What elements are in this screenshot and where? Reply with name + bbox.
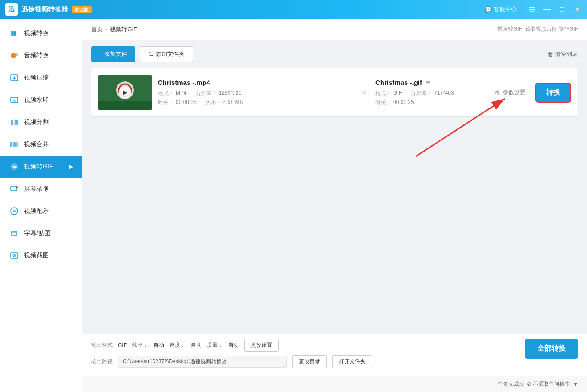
output-file-info: Christmas -.gif ✏ 格式： GIF 分辨率：: [375, 79, 485, 107]
fps-label: 帧率：: [132, 341, 148, 349]
clear-list-button[interactable]: 🗑 清空列表: [547, 50, 578, 58]
task-action[interactable]: ⊘ 不采取任何操作: [527, 380, 570, 388]
breadcrumb: 首页 › 视频转GIF: [91, 25, 137, 33]
output-file-meta: 格式： GIF 分辨率： 717*403: [375, 90, 485, 97]
source-file-meta: 格式： MP4 分辨率： 1280*720: [158, 90, 354, 97]
sidebar-label-video-merge: 视频合并: [24, 140, 49, 148]
titlebar-left: 迅 迅捷视频转换器 极速版: [5, 3, 92, 16]
minimize-btn[interactable]: —: [543, 5, 551, 14]
add-folder-button[interactable]: 🗂 添加文件夹: [140, 46, 193, 62]
file-item: ▶ Christmas -.mp4 格式： MP4 分辨率： 1: [91, 68, 578, 116]
menu-icon[interactable]: ☰: [527, 5, 536, 14]
speed-value: 自动: [191, 341, 201, 349]
maximize-btn[interactable]: □: [558, 5, 567, 14]
remove-button[interactable]: ✕: [360, 87, 369, 99]
bottom-bar: 输出格式 GIF 帧率： 自动 速度： 自动 质量： 自动 更改设置 输出路径 …: [82, 334, 587, 376]
video-merge-icon: [9, 139, 20, 150]
audio-convert-icon: [9, 50, 20, 61]
toolbar: + 添加文件 🗂 添加文件夹 🗑 清空列表: [82, 40, 587, 68]
output-format: 格式： GIF: [375, 90, 402, 97]
sidebar-item-video-merge[interactable]: 视频合并: [0, 133, 82, 156]
output-file-meta2: 时长： 00:00:25: [375, 99, 485, 107]
main-layout: 视频转换 音频转换 视频压缩: [0, 19, 587, 392]
content-area: 首页 › 视频转GIF 视频转GIF: 截取视频片段 制作GIF + 添加文件 …: [82, 19, 587, 392]
svg-rect-11: [10, 142, 12, 147]
sidebar-label-subtitle-sticker: 字幕/贴图: [24, 229, 51, 237]
sidebar: 视频转换 音频转换 视频压缩: [0, 19, 82, 392]
svg-point-24: [14, 255, 15, 256]
sidebar-label-video-gif: 视频转GIF: [24, 163, 53, 171]
source-file-info: Christmas -.mp4 格式： MP4 分辨率： 1280*720: [158, 79, 354, 107]
open-folder-button[interactable]: 打开文件夹: [332, 355, 372, 368]
sidebar-item-video-convert[interactable]: 视频转换: [0, 22, 82, 44]
subtitle-sticker-icon: [9, 228, 20, 239]
status-bar: 任务完成后 ⊘ 不采取任何操作 ▼: [82, 376, 587, 392]
sidebar-label-video-split: 视频分割: [24, 118, 49, 126]
dropdown-icon[interactable]: ▼: [573, 381, 578, 388]
source-size: 大小： 4.58 MB: [205, 99, 243, 107]
source-resolution: 分辨率： 1280*720: [196, 90, 241, 97]
video-gif-icon: GIF: [9, 161, 20, 172]
svg-rect-16: [11, 186, 17, 191]
change-settings-button[interactable]: 更改设置: [244, 339, 279, 352]
change-dir-button[interactable]: 更改目录: [292, 355, 327, 368]
support-btn[interactable]: 💬 客服中心: [485, 5, 517, 13]
play-button[interactable]: ▶: [119, 86, 131, 99]
win-controls: ☰ — □ ✕: [527, 5, 582, 14]
source-file-meta2: 时长： 00:00:25 大小： 4.58 MB: [158, 99, 354, 107]
task-label: 任务完成后: [498, 380, 524, 388]
add-file-button[interactable]: + 添加文件: [91, 46, 135, 62]
format-label: 输出格式: [91, 341, 113, 349]
sidebar-item-video-compress[interactable]: 视频压缩: [0, 67, 82, 89]
param-settings-button[interactable]: ⚙ 参数设置: [491, 87, 529, 98]
sidebar-item-video-gif[interactable]: GIF 视频转GIF ▶: [0, 156, 82, 178]
close-btn[interactable]: ✕: [573, 5, 582, 14]
app-title: 迅捷视频转换器: [21, 5, 68, 14]
breadcrumb-home[interactable]: 首页: [91, 25, 103, 33]
settings-icon: ⚙: [495, 89, 500, 96]
top-right-description: 视频转GIF: 截取视频片段 制作GIF: [497, 25, 578, 33]
path-row: 输出路径 更改目录 打开文件夹: [91, 355, 516, 368]
output-section: Christmas -.gif ✏ 格式： GIF 分辨率：: [375, 79, 571, 107]
sidebar-label-video-watermark: 视频水印: [24, 96, 49, 104]
path-input[interactable]: [118, 356, 287, 368]
format-value: GIF: [118, 342, 127, 348]
convert-all-button[interactable]: 全部转换: [525, 339, 578, 359]
titlebar-right: 💬 客服中心 ☰ — □ ✕: [485, 5, 582, 14]
svg-rect-8: [11, 120, 13, 125]
breadcrumb-separator: ›: [105, 26, 107, 32]
svg-point-17: [16, 186, 18, 188]
sidebar-label-video-compress: 视频压缩: [24, 74, 49, 82]
source-duration: 时长： 00:00:25: [158, 99, 197, 107]
convert-button[interactable]: 转换: [535, 83, 571, 103]
sidebar-label-video-screenshot: 视频截图: [24, 252, 49, 260]
speed-label: 速度：: [169, 341, 185, 349]
sidebar-item-subtitle-sticker[interactable]: 字幕/贴图: [0, 222, 82, 244]
svg-text:水: 水: [12, 99, 16, 103]
sidebar-item-audio-convert[interactable]: 音频转换: [0, 44, 82, 67]
svg-rect-2: [11, 53, 16, 58]
edit-icon[interactable]: ✏: [426, 79, 431, 86]
svg-point-3: [15, 53, 18, 56]
path-label: 输出路径: [91, 358, 113, 365]
sidebar-label-video-convert: 视频转换: [24, 29, 49, 37]
titlebar: 迅 迅捷视频转换器 极速版 💬 客服中心 ☰ — □ ✕: [0, 0, 587, 19]
screen-record-icon: [9, 184, 20, 194]
file-list-wrapper: ▶ Christmas -.mp4 格式： MP4 分辨率： 1: [91, 68, 578, 116]
toolbar-left: + 添加文件 🗂 添加文件夹: [91, 46, 193, 62]
source-format: 格式： MP4: [158, 90, 187, 97]
breadcrumb-current: 视频转GIF: [110, 25, 137, 33]
video-convert-icon: [9, 28, 20, 39]
sidebar-item-video-screenshot[interactable]: 视频截图: [0, 244, 82, 267]
sidebar-label-video-music: 视频配乐: [24, 207, 49, 215]
file-list-area: ▶ Christmas -.mp4 格式： MP4 分辨率： 1: [82, 68, 587, 334]
app-logo: 迅: [5, 3, 18, 16]
sidebar-item-video-split[interactable]: 视频分割: [0, 111, 82, 133]
video-split-icon: [9, 117, 20, 128]
title-badge: 极速版: [72, 6, 92, 13]
sidebar-item-video-music[interactable]: 视频配乐: [0, 200, 82, 222]
sidebar-item-video-watermark[interactable]: 水 视频水印: [0, 89, 82, 111]
sidebar-item-screen-record[interactable]: 屏幕录像: [0, 178, 82, 200]
svg-rect-12: [13, 142, 16, 147]
video-watermark-icon: 水: [9, 95, 20, 105]
